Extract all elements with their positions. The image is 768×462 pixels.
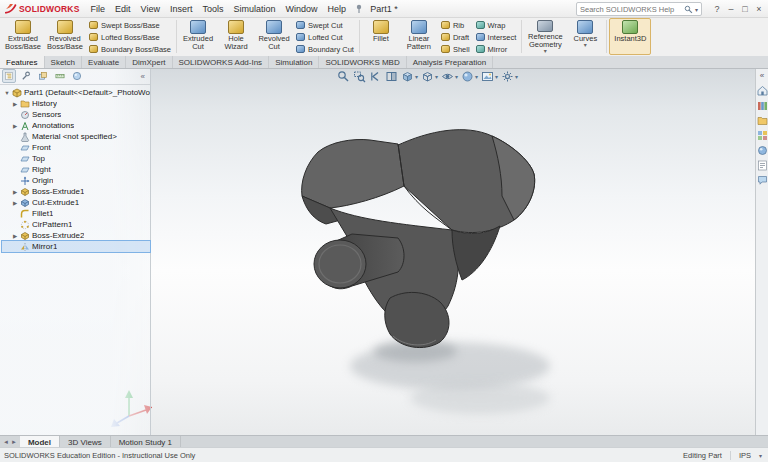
zoom-to-area-button[interactable] xyxy=(352,69,367,84)
maximize-button[interactable]: □ xyxy=(738,4,752,14)
dimxpertmanager-tab[interactable] xyxy=(53,69,67,83)
custom-properties-button[interactable] xyxy=(757,160,768,171)
menu-view[interactable]: View xyxy=(136,2,165,16)
tab-dimxpert[interactable]: DimXpert xyxy=(126,56,172,68)
revolved-cut-button[interactable]: Revolved Cut xyxy=(255,18,293,55)
pin-menu-button[interactable] xyxy=(355,4,363,14)
revolved-boss-base-button[interactable]: Revolved Boss/Base xyxy=(44,18,86,55)
tab-simulation[interactable]: Simulation xyxy=(269,56,319,68)
swept-boss-base-button[interactable]: Swept Boss/Base xyxy=(86,19,174,31)
tree-item-origin[interactable]: Origin xyxy=(2,175,150,186)
search-dropdown-icon[interactable]: ▾ xyxy=(695,6,698,13)
shell-button[interactable]: Shell xyxy=(438,43,473,55)
boundary-cut-button[interactable]: Boundary Cut xyxy=(293,43,357,55)
extruded-boss-base-button[interactable]: Extruded Boss/Base xyxy=(2,18,44,55)
part-model[interactable] xyxy=(302,130,535,348)
task-pane-bar: « xyxy=(755,68,768,436)
tree-item-front[interactable]: Front xyxy=(2,142,150,153)
tree-item-history[interactable]: ▶History xyxy=(2,98,150,109)
menu-insert[interactable]: Insert xyxy=(165,2,198,16)
fillet-button[interactable]: Fillet xyxy=(362,18,400,55)
tab-sketch[interactable]: Sketch xyxy=(45,56,82,68)
configurationmanager-tab[interactable] xyxy=(36,69,50,83)
search-icon[interactable] xyxy=(684,5,693,14)
tab-analysis-preparation[interactable]: Analysis Preparation xyxy=(407,56,493,68)
expand-arrow-icon[interactable]: ▶ xyxy=(12,101,18,107)
tab-solidworks-mbd[interactable]: SOLIDWORKS MBD xyxy=(319,56,406,68)
file-explorer-button[interactable] xyxy=(757,115,768,126)
propertymanager-tab[interactable] xyxy=(19,69,33,83)
tree-item-mirror1[interactable]: Mirror1 xyxy=(2,241,150,252)
linear-pattern-button[interactable]: Linear Pattern xyxy=(400,18,438,55)
search-input[interactable] xyxy=(580,5,682,14)
instant3d-button[interactable]: Instant3D xyxy=(609,18,651,55)
tree-item-boss-extrude1[interactable]: ▶Boss-Extrude1 xyxy=(2,186,150,197)
edit-appearance-button[interactable]: ▾ xyxy=(460,69,479,84)
appearances-scenes-button[interactable] xyxy=(757,145,768,156)
extruded-cut-button[interactable]: Extruded Cut xyxy=(179,18,217,55)
close-button[interactable]: × xyxy=(752,4,766,14)
tree-item-part1-root[interactable]: ▼ Part1 (Default<<Default>_PhotoWorks D xyxy=(2,87,150,98)
wrap-button[interactable]: Wrap xyxy=(473,19,520,31)
tab-scroll-right-icon[interactable]: ► xyxy=(11,439,17,445)
tab-features[interactable]: Features xyxy=(0,56,45,68)
search-box[interactable]: ▾ xyxy=(576,2,702,16)
curves-button[interactable]: Curves ▾ xyxy=(566,18,604,55)
hide-show-items-button[interactable]: ▾ xyxy=(440,69,459,84)
featuremanager-tab[interactable] xyxy=(2,69,16,83)
draft-button[interactable]: Draft xyxy=(438,31,473,43)
intersect-button[interactable]: Intersect xyxy=(473,31,520,43)
design-library-button[interactable] xyxy=(757,100,768,111)
lofted-cut-button[interactable]: Lofted Cut xyxy=(293,31,357,43)
collapse-panel-chevron-icon[interactable]: « xyxy=(141,72,148,81)
menu-edit[interactable]: Edit xyxy=(110,2,136,16)
tree-item-annotations[interactable]: ▶Annotations xyxy=(2,120,150,131)
solidworks-forum-button[interactable] xyxy=(757,175,768,186)
minimize-button[interactable]: – xyxy=(724,4,738,14)
displaymanager-tab[interactable] xyxy=(70,69,84,83)
tab-evaluate[interactable]: Evaluate xyxy=(82,56,126,68)
hole-wizard-button[interactable]: Hole Wizard xyxy=(217,18,255,55)
solidworks-resources-button[interactable] xyxy=(757,85,768,96)
view-palette-button[interactable] xyxy=(757,130,768,141)
rib-button[interactable]: Rib xyxy=(438,19,473,31)
tree-item-right[interactable]: Right xyxy=(2,164,150,175)
tree-item-top[interactable]: Top xyxy=(2,153,150,164)
expand-arrow-icon[interactable]: ▶ xyxy=(12,123,18,129)
expand-arrow-icon[interactable]: ▶ xyxy=(12,189,18,195)
tree-item-cirpattern1[interactable]: CirPattern1 xyxy=(2,219,150,230)
reference-geometry-button[interactable]: Reference Geometry ▾ xyxy=(524,18,566,55)
apply-scene-button[interactable]: ▾ xyxy=(480,69,499,84)
units-selector[interactable]: IPS xyxy=(739,451,751,460)
tree-item-boss-extrude2[interactable]: ▶Boss-Extrude2 xyxy=(2,230,150,241)
menu-window[interactable]: Window xyxy=(281,2,323,16)
tree-item-cut-extrude1[interactable]: ▶Cut-Extrude1 xyxy=(2,197,150,208)
menu-tools[interactable]: Tools xyxy=(197,2,228,16)
menu-simulation[interactable]: Simulation xyxy=(228,2,280,16)
boundary-boss-base-button[interactable]: Boundary Boss/Base xyxy=(86,43,174,55)
tab-solidworks-add-ins[interactable]: SOLIDWORKS Add-Ins xyxy=(173,56,270,68)
menu-file[interactable]: File xyxy=(86,2,111,16)
zoom-to-fit-button[interactable] xyxy=(336,69,351,84)
tab-scroll-left-icon[interactable]: ◄ xyxy=(3,439,9,445)
mirror-button[interactable]: Mirror xyxy=(473,43,520,55)
swept-cut-button[interactable]: Swept Cut xyxy=(293,19,357,31)
lofted-boss-base-button[interactable]: Lofted Boss/Base xyxy=(86,31,174,43)
collapse-task-pane-chevron-icon[interactable]: « xyxy=(757,70,768,81)
display-style-button[interactable]: ▾ xyxy=(420,69,439,84)
units-dropdown-icon[interactable]: ▾ xyxy=(759,452,762,459)
graphics-area[interactable]: ▾▾▾▾▾▾ « ▼ Part1 (Default<<Default>_Phot… xyxy=(0,68,768,436)
previous-view-button[interactable] xyxy=(368,69,383,84)
collapse-arrow-icon[interactable]: ▼ xyxy=(4,90,10,96)
tree-item-sensors[interactable]: Sensors xyxy=(2,109,150,120)
expand-arrow-icon[interactable]: ▶ xyxy=(12,200,18,206)
view-orientation-button[interactable]: ▾ xyxy=(400,69,419,84)
view-settings-button[interactable]: ▾ xyxy=(500,69,519,84)
mirror-icon xyxy=(476,45,485,53)
expand-arrow-icon[interactable]: ▶ xyxy=(12,233,18,239)
tree-item-fillet1[interactable]: Fillet1 xyxy=(2,208,150,219)
section-view-button[interactable] xyxy=(384,69,399,84)
menu-help[interactable]: Help xyxy=(323,2,352,16)
tree-item-material-not-specified[interactable]: Material <not specified> xyxy=(2,131,150,142)
help-button[interactable]: ? xyxy=(710,4,724,14)
